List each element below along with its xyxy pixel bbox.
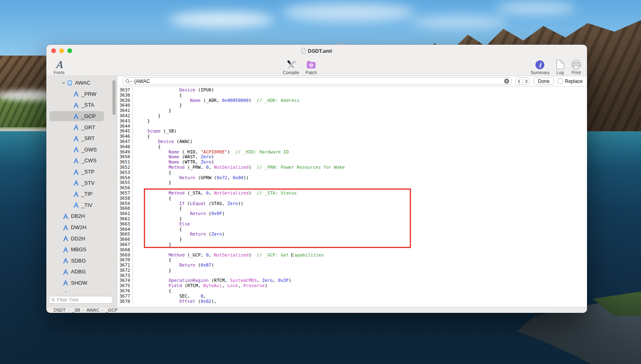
sidebar-item-label: _GCP xyxy=(81,113,95,119)
code-line-3666[interactable]: 3666 } xyxy=(117,237,587,242)
code-line-3647[interactable]: 3647 Device (AWAC) xyxy=(117,139,587,145)
log-label: Log xyxy=(556,70,564,75)
breadcrumb-item-sb[interactable]: _SB xyxy=(71,308,81,312)
line-number: 3647 xyxy=(117,139,133,145)
code-editor[interactable]: 3637 Device (IPU0)3638 {3639 Name (_ADR,… xyxy=(117,87,587,307)
code-line-3672[interactable]: 3672 } xyxy=(117,268,587,273)
sidebar-item-show[interactable]: SHOW xyxy=(46,277,117,289)
code-line-3659[interactable]: 3659 If (LEqual (STAS, Zero)) xyxy=(117,201,587,207)
sidebar-item-gws[interactable]: _GWS xyxy=(46,144,117,155)
print-button[interactable]: Print xyxy=(571,57,581,75)
method-icon xyxy=(73,102,79,108)
code-line-3641[interactable]: 3641 } xyxy=(117,108,587,114)
chevron-down-icon[interactable] xyxy=(61,81,66,85)
code-line-3642[interactable]: 3642 } xyxy=(117,114,587,119)
code-line-3665[interactable]: 3665 Return (Zero) xyxy=(117,232,587,237)
code-line-3671[interactable]: 3671 Return (0xB7) xyxy=(117,263,587,268)
fonts-button[interactable]: A Fonts xyxy=(54,57,65,75)
clear-search-icon[interactable] xyxy=(504,79,509,84)
breadcrumb-item-dsdt[interactable]: DSDT xyxy=(53,308,66,312)
code-line-3645[interactable]: 3645 Scope (_SB) xyxy=(117,129,587,134)
method-icon xyxy=(73,147,79,152)
close-button[interactable] xyxy=(51,48,56,53)
search-field[interactable] xyxy=(123,77,512,85)
replace-checkbox[interactable] xyxy=(558,79,563,84)
sidebar-item-prw[interactable]: _PRW xyxy=(46,89,117,100)
sidebar-item-tiv[interactable]: _TIV xyxy=(46,200,117,211)
code-line-3675[interactable]: 3675 Field (RTCM, ByteAcc, Lock, Preserv… xyxy=(117,283,587,289)
replace-label: Replace xyxy=(565,79,583,84)
sidebar-item-srt[interactable]: _SRT xyxy=(46,133,117,144)
sidebar-tree: AWAC_PRW_STA_GCP_GRT_SRT_GWS_CWS_STP_STV… xyxy=(46,77,117,292)
code-line-3678[interactable]: 3678 Offset (0x02), xyxy=(117,299,587,304)
sidebar-item-awac[interactable]: AWAC xyxy=(46,77,117,89)
code-line-3657[interactable]: 3657 Method (_STA, 0, NotSerialized) // … xyxy=(117,191,587,196)
code-text xyxy=(133,124,137,129)
search-input[interactable] xyxy=(134,79,503,84)
breadcrumb-item-gcp[interactable]: _GCP xyxy=(105,308,118,312)
sidebar-item-sdbg[interactable]: SDBG xyxy=(46,255,117,267)
code-text: } xyxy=(133,268,171,273)
code-line-3640[interactable]: 3640 } xyxy=(117,103,587,108)
minimize-button[interactable] xyxy=(59,48,64,53)
sidebar-item-grt[interactable]: _GRT xyxy=(46,122,117,133)
line-number: 3638 xyxy=(117,93,133,98)
sidebar-item-stp[interactable]: _STP xyxy=(46,166,117,178)
sidebar-item-stv[interactable]: _STV xyxy=(46,177,117,188)
method-icon xyxy=(62,225,69,230)
patch-button[interactable]: Patch xyxy=(305,57,317,75)
sidebar-item-label: DD2H xyxy=(71,236,85,242)
filter-tree-input[interactable] xyxy=(57,297,110,303)
code-line-3637[interactable]: 3637 Device (IPU0) xyxy=(117,88,587,93)
code-line-3661[interactable]: 3661 Return (0x0F) xyxy=(117,211,587,217)
line-number: 3642 xyxy=(117,114,133,119)
cloud xyxy=(496,2,576,14)
breadcrumb-separator: › xyxy=(100,308,105,312)
sidebar-item-tip[interactable]: _TIP xyxy=(46,188,117,200)
summary-button[interactable]: i Summary xyxy=(531,57,550,75)
sidebar-item-adbg[interactable]: ADBG xyxy=(46,266,117,277)
code-line-3667[interactable]: 3667 } xyxy=(117,242,587,248)
line-number: 3663 xyxy=(117,222,133,227)
code-line-3644[interactable]: 3644 xyxy=(117,124,587,129)
print-label: Print xyxy=(572,70,581,75)
breadcrumb-separator: › xyxy=(81,308,85,312)
breadcrumb-item-awac[interactable]: AWAC xyxy=(85,308,100,312)
sidebar-scrollbar[interactable] xyxy=(112,80,116,115)
sidebar-item-dw2h[interactable]: DW2H xyxy=(46,222,117,233)
done-button[interactable]: Done xyxy=(533,77,554,85)
log-button[interactable]: Log xyxy=(556,57,564,75)
code-line-3643[interactable]: 3643 } xyxy=(117,119,587,124)
compile-button[interactable]: Compile xyxy=(283,57,299,75)
zoom-button[interactable] xyxy=(67,48,72,53)
method-icon xyxy=(62,213,69,219)
method-icon xyxy=(73,191,79,197)
line-number: 3676 xyxy=(117,289,133,294)
sidebar-item-db2h[interactable]: DB2H xyxy=(46,211,117,222)
sidebar-item-mbgs[interactable]: MBGS xyxy=(46,244,117,255)
code-line-3655[interactable]: 3655 } xyxy=(117,180,587,186)
code-line-3652[interactable]: 3652 Method (_PRW, 0, NotSerialized) // … xyxy=(117,165,587,170)
sidebar-item-dd2h[interactable]: DD2H xyxy=(46,233,117,244)
find-previous-button[interactable] xyxy=(516,78,523,85)
find-next-button[interactable] xyxy=(523,78,529,85)
breadcrumb-separator: › xyxy=(66,308,71,312)
device-icon xyxy=(66,80,73,86)
fonts-label: Fonts xyxy=(54,70,65,75)
filter-tree-field[interactable] xyxy=(49,296,113,304)
titlebar[interactable]: DSDT.aml xyxy=(46,45,587,57)
code-line-3654[interactable]: 3654 Return (GPRW (0x72, 0x04)) xyxy=(117,176,587,181)
code-line-3639[interactable]: 3639 Name (_ADR, 0x00050000) // _ADR: Ad… xyxy=(117,98,587,103)
toolbar-right-group: i Summary Log xyxy=(531,57,581,75)
sidebar-item-sta[interactable]: _STA xyxy=(46,99,117,111)
sidebar-item-gcp[interactable]: _GCP xyxy=(46,111,117,122)
method-icon xyxy=(62,291,69,292)
line-number: 3677 xyxy=(117,294,133,299)
sidebar-item-label: DB2H xyxy=(71,213,85,219)
sidebar-item-line[interactable]: LINE xyxy=(46,288,117,292)
code-line-3663[interactable]: 3663 Else xyxy=(117,222,587,227)
sidebar-item-cws[interactable]: _CWS xyxy=(46,155,117,166)
sidebar-item-label: _CWS xyxy=(81,157,97,163)
method-icon xyxy=(73,91,79,97)
code-line-3669[interactable]: 3669 Method (_GCP, 0, NotSerialized) // … xyxy=(117,253,587,258)
